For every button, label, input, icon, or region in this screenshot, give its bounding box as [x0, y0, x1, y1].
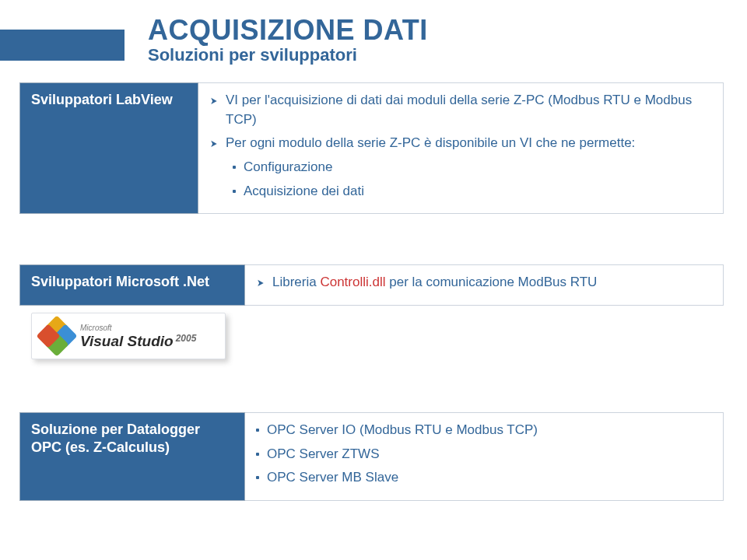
- subbullet-row: OPC Server IO (Modbus RTU e Modbus TCP): [256, 421, 710, 440]
- bullet-row: ➤ VI per l'acquisizione di dati dai modu…: [209, 91, 710, 129]
- dot-icon: [256, 476, 259, 479]
- page-title: ACQUISIZIONE DATI: [148, 14, 428, 47]
- bullet-text: OPC Server MB Slave: [267, 468, 398, 488]
- section-dotnet-content: ➤ Libreria Controlli.dll per la comunica…: [245, 264, 724, 306]
- chevron-icon: ➤: [257, 276, 264, 291]
- section-datalogger-label: Soluzione per Datalogger OPC (es. Z-Calc…: [19, 412, 245, 501]
- subbullet-text: Acquisizione dei dati: [244, 182, 364, 201]
- header-accent-block: [0, 30, 124, 61]
- vs-year: 2005: [176, 333, 197, 344]
- chevron-icon: ➤: [210, 94, 217, 109]
- dot-icon: [256, 429, 259, 432]
- bullet-text: OPC Server ZTWS: [267, 445, 380, 464]
- section-datalogger: Soluzione per Datalogger OPC (es. Z-Calc…: [19, 412, 724, 501]
- bullet-row: ➤ Libreria Controlli.dll per la comunica…: [256, 273, 710, 292]
- section-dotnet-label: Sviluppatori Microsoft .Net: [19, 264, 245, 306]
- dot-icon: [233, 190, 236, 193]
- bullet-text: Libreria Controlli.dll per la comunicazi…: [272, 273, 597, 292]
- section-labview-content: ➤ VI per l'acquisizione di dati dai modu…: [198, 82, 724, 214]
- visual-studio-logo: Microsoft Visual Studio2005: [31, 313, 226, 359]
- section-labview-label: Sviluppatori LabView: [19, 82, 198, 214]
- dot-icon: [233, 166, 236, 169]
- visual-studio-icon: [40, 319, 74, 353]
- vs-product: Visual Studio2005: [80, 334, 196, 348]
- section-labview: Sviluppatori LabView ➤ VI per l'acquisiz…: [19, 82, 724, 214]
- subbullet-row: Acquisizione dei dati: [233, 182, 710, 201]
- bullet-text: OPC Server IO (Modbus RTU e Modbus TCP): [267, 421, 538, 440]
- page-subtitle: Soluzioni per sviluppatori: [148, 45, 428, 65]
- subbullet-row: Configurazione: [233, 158, 710, 177]
- bullet-prefix: Libreria: [272, 275, 320, 289]
- section-datalogger-content: OPC Server IO (Modbus RTU e Modbus TCP) …: [245, 412, 724, 501]
- section-dotnet: Sviluppatori Microsoft .Net ➤ Libreria C…: [19, 264, 724, 306]
- bullet-suffix: per la comunicazione ModBus RTU: [386, 275, 598, 289]
- page-title-area: ACQUISIZIONE DATI Soluzioni per sviluppa…: [148, 14, 428, 65]
- subbullet-row: OPC Server MB Slave: [256, 468, 710, 488]
- bullet-highlight: Controlli.dll: [320, 275, 385, 289]
- vs-brand: Microsoft: [80, 324, 196, 332]
- subbullet-row: OPC Server ZTWS: [256, 445, 710, 464]
- visual-studio-text: Microsoft Visual Studio2005: [80, 324, 196, 348]
- dot-icon: [256, 453, 259, 456]
- bullet-text: VI per l'acquisizione di dati dai moduli…: [226, 91, 710, 129]
- subbullet-text: Configurazione: [244, 158, 332, 177]
- bullet-row: ➤ Per ogni modulo della serie Z-PC è dis…: [209, 134, 710, 153]
- chevron-icon: ➤: [210, 137, 217, 152]
- bullet-text: Per ogni modulo della serie Z-PC è dispo…: [226, 134, 635, 153]
